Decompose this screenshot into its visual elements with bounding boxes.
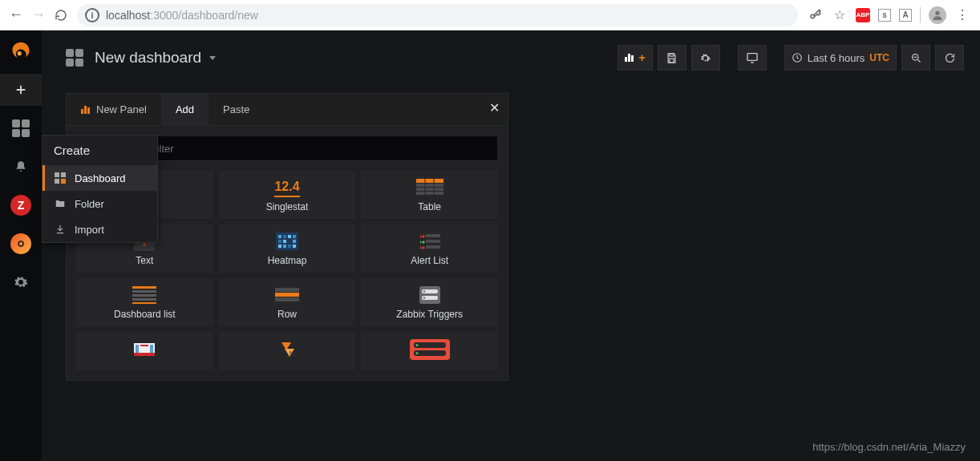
dashboard-icon xyxy=(66,49,83,67)
svg-point-1 xyxy=(935,10,939,14)
tab-paste[interactable]: Paste xyxy=(209,94,264,126)
svg-rect-60 xyxy=(61,172,66,177)
svg-point-43 xyxy=(423,290,424,292)
card-label: Row xyxy=(277,309,297,320)
panel-card-extra3[interactable] xyxy=(361,332,498,370)
panel-extra1-icon xyxy=(132,340,156,359)
star-icon[interactable]: ☆ xyxy=(832,7,848,23)
panel-extra2-icon: fx xyxy=(277,340,298,359)
tab-new-panel[interactable]: New Panel xyxy=(67,94,161,126)
panel-card-row[interactable]: Row xyxy=(219,278,356,326)
dashboard-title-dropdown[interactable]: New dashboard xyxy=(95,49,216,67)
create-menu-button[interactable] xyxy=(0,74,42,106)
profile-avatar-icon[interactable] xyxy=(929,6,946,24)
utc-label: UTC xyxy=(869,52,889,63)
svg-rect-23 xyxy=(283,240,286,243)
zabbix-triggers-icon xyxy=(419,285,440,305)
chevron-down-icon xyxy=(209,56,216,60)
panel-card-singlestat[interactable]: 12.4 Singlestat xyxy=(219,171,356,219)
grafana-logo[interactable] xyxy=(0,35,42,67)
svg-rect-35 xyxy=(132,294,156,297)
svg-rect-49 xyxy=(134,353,155,356)
create-item-dashboard[interactable]: Dashboard xyxy=(43,165,157,191)
panel-card-table[interactable]: Table xyxy=(361,171,498,219)
svg-rect-5 xyxy=(670,59,674,63)
tabs: New Panel Add Paste ✕ xyxy=(67,94,508,126)
svg-rect-41 xyxy=(419,286,440,304)
create-popover: Create Dashboard Folder Import xyxy=(42,135,158,243)
dashboards-menu-button[interactable] xyxy=(0,112,42,144)
extension-a-icon[interactable]: A xyxy=(899,9,912,22)
extension-s-icon[interactable]: s xyxy=(878,9,891,22)
panel-card-dashboardlist[interactable]: Dashboard list xyxy=(76,278,213,326)
side-menu: Z xyxy=(0,30,42,461)
zabbix-menu-button[interactable]: Z xyxy=(0,189,42,221)
svg-rect-59 xyxy=(55,172,59,177)
info-icon: i xyxy=(85,8,99,22)
configuration-menu-button[interactable] xyxy=(0,266,42,298)
create-item-label: Dashboard xyxy=(75,172,126,184)
url-path: /dashboard/new xyxy=(178,9,258,22)
refresh-button[interactable] xyxy=(935,45,964,71)
panel-card-extra2[interactable]: fx xyxy=(219,332,356,370)
svg-rect-39 xyxy=(275,293,299,297)
tab-add[interactable]: Add xyxy=(161,94,209,126)
svg-rect-20 xyxy=(288,235,291,238)
svg-rect-38 xyxy=(275,288,299,292)
panel-card-zabbix-triggers[interactable]: Zabbix Triggers xyxy=(361,278,498,326)
forward-button[interactable]: → xyxy=(27,4,50,26)
tv-mode-button[interactable] xyxy=(738,45,767,71)
svg-rect-11 xyxy=(416,188,443,191)
svg-rect-37 xyxy=(132,302,156,304)
url-bar[interactable]: i localhost:3000/dashboard/new xyxy=(77,4,798,26)
create-item-label: Folder xyxy=(75,198,104,210)
panel-card-heatmap[interactable]: Heatmap xyxy=(219,224,356,273)
svg-rect-32 xyxy=(426,245,440,249)
svg-point-3 xyxy=(18,241,23,246)
key-icon[interactable] xyxy=(808,7,824,23)
alertlist-icon xyxy=(418,232,442,251)
card-label: Text xyxy=(136,255,153,266)
create-item-label: Import xyxy=(75,224,104,236)
card-label: Table xyxy=(418,201,441,212)
svg-rect-29 xyxy=(293,245,296,248)
zoom-out-button[interactable] xyxy=(901,45,930,71)
card-label: Alert List xyxy=(411,255,448,266)
svg-rect-47 xyxy=(136,345,139,353)
svg-rect-4 xyxy=(670,53,674,55)
close-icon[interactable]: ✕ xyxy=(489,100,500,115)
dashboard-title: New dashboard xyxy=(95,49,201,67)
time-range-button[interactable]: Last 6 hours UTC xyxy=(784,45,897,71)
back-button[interactable]: ← xyxy=(5,4,27,26)
create-item-import[interactable]: Import xyxy=(43,216,157,242)
singlestat-icon: 12.4 xyxy=(274,178,299,197)
card-label: Singlestat xyxy=(266,201,309,212)
panel-card-alertlist[interactable]: Alert List xyxy=(361,224,498,273)
svg-rect-22 xyxy=(278,240,281,243)
alerting-menu-button[interactable] xyxy=(0,151,42,183)
card-label: Heatmap xyxy=(268,255,307,266)
chrome-right-icons: ☆ ABP s A ⋮ xyxy=(803,6,975,24)
save-button[interactable] xyxy=(658,45,686,71)
svg-rect-6 xyxy=(747,54,757,61)
row-icon xyxy=(275,285,299,305)
card-label: Zabbix Triggers xyxy=(396,309,463,320)
svg-rect-9 xyxy=(416,179,443,183)
url-port: :3000 xyxy=(150,9,178,22)
settings-button[interactable] xyxy=(691,45,720,71)
reload-button[interactable] xyxy=(50,4,72,26)
folder-icon xyxy=(54,197,67,210)
create-item-folder[interactable]: Folder xyxy=(43,191,157,216)
plugin-menu-button[interactable] xyxy=(0,228,42,260)
panel-card-extra1[interactable] xyxy=(76,332,213,370)
kebab-menu-icon[interactable]: ⋮ xyxy=(954,7,970,23)
panel-extra3-icon xyxy=(410,340,450,359)
svg-rect-62 xyxy=(61,179,66,184)
add-panel-button[interactable]: + xyxy=(618,45,653,71)
svg-point-58 xyxy=(415,352,418,354)
svg-rect-61 xyxy=(55,179,59,184)
bars-icon xyxy=(81,106,90,114)
main-area: New dashboard + xyxy=(42,30,980,461)
abp-extension-icon[interactable]: ABP xyxy=(856,8,870,22)
svg-rect-27 xyxy=(283,245,286,248)
